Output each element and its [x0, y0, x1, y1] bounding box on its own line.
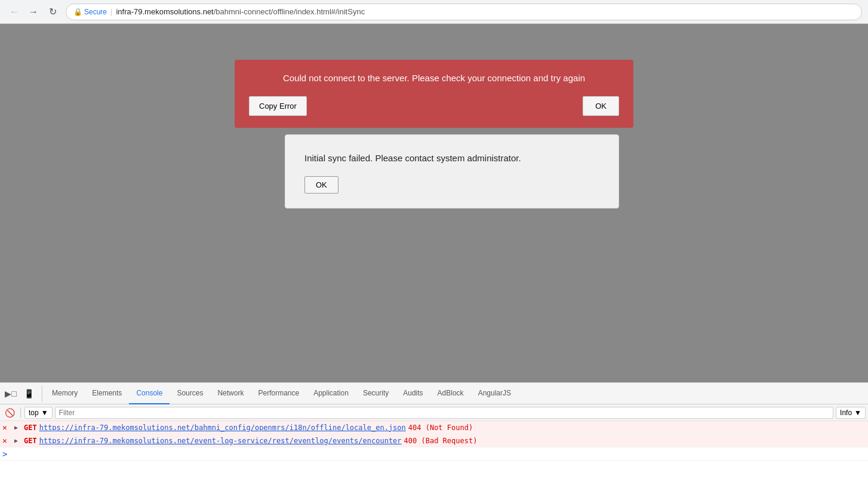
device-toolbar-button[interactable]: 📱 [20, 385, 37, 402]
dialog-buttons-red: Copy Error OK [249, 96, 619, 116]
url-separator: | [110, 7, 112, 16]
lock-icon: 🔒 [73, 8, 82, 16]
error-title-red: Could not connect to the server. Please … [249, 72, 619, 84]
tab-console[interactable]: Console [129, 383, 170, 404]
log-entry-1: ✕ ▶ GET https://infra-79.mekomsolutions.… [0, 421, 868, 434]
reload-button[interactable]: ↻ [44, 4, 61, 20]
tab-performance[interactable]: Performance [251, 383, 306, 404]
tab-network[interactable]: Network [210, 383, 251, 404]
error-icon-1: ✕ [2, 423, 12, 432]
toolbar-divider [20, 407, 21, 418]
log-entry-cursor: > [0, 447, 868, 461]
ok-button-white[interactable]: OK [304, 176, 338, 194]
browser-chrome: ← → ↻ 🔒 Secure | infra-79.mekomsolutions… [0, 0, 868, 24]
log-status-2: 400 (Bad Request) [404, 437, 478, 445]
console-log: ✕ ▶ GET https://infra-79.mekomsolutions.… [0, 421, 868, 494]
context-dropdown-icon: ▼ [41, 409, 48, 417]
tab-adblock[interactable]: AdBlock [430, 383, 471, 404]
log-status-1: 404 (Not Found) [408, 424, 473, 432]
error-dialog-red: Could not connect to the server. Please … [235, 60, 633, 128]
address-bar[interactable]: 🔒 Secure | infra-79.mekomsolutions.net/b… [66, 4, 862, 20]
devtools-icon-group: ▶□ 📱 [2, 385, 42, 402]
log-method-1: GET [24, 424, 37, 432]
url-domain: infra-79.mekomsolutions.net [116, 7, 213, 16]
nav-buttons: ← → ↻ [6, 4, 61, 20]
log-entry-2: ✕ ▶ GET https://infra-79.mekomsolutions.… [0, 434, 868, 447]
log-method-2: GET [24, 437, 37, 445]
devtools-tabs: ▶□ 📱 Memory Elements Console Sources Net… [0, 383, 868, 404]
tab-angularjs[interactable]: AngularJS [471, 383, 518, 404]
main-content: Could not connect to the server. Please … [0, 24, 868, 382]
url-path: /bahmni-connect/offline/index.html#/init… [214, 7, 365, 16]
tab-elements[interactable]: Elements [85, 383, 129, 404]
context-value: top [29, 409, 39, 417]
tab-audits[interactable]: Audits [396, 383, 430, 404]
clear-console-button[interactable]: 🚫 [2, 406, 17, 420]
error-icon-2: ✕ [2, 436, 12, 445]
level-value: Info [840, 409, 852, 417]
url-text: infra-79.mekomsolutions.net/bahmni-conne… [116, 7, 365, 16]
tab-memory[interactable]: Memory [45, 383, 85, 404]
log-url-2[interactable]: https://infra-79.mekomsolutions.net/even… [39, 437, 402, 445]
expand-icon-1[interactable]: ▶ [14, 424, 21, 431]
expand-icon-2[interactable]: ▶ [14, 437, 21, 444]
inspect-element-button[interactable]: ▶□ [2, 385, 19, 402]
error-message-white: Initial sync failed. Please contact syst… [304, 152, 599, 164]
forward-button[interactable]: → [25, 4, 42, 20]
copy-error-button[interactable]: Copy Error [249, 96, 307, 116]
secure-badge: 🔒 Secure [73, 8, 107, 16]
ok-button-red[interactable]: OK [583, 96, 619, 116]
filter-input[interactable] [55, 407, 834, 419]
cursor-icon: > [2, 449, 7, 459]
log-url-1[interactable]: https://infra-79.mekomsolutions.net/bahm… [39, 424, 406, 432]
tab-security[interactable]: Security [356, 383, 396, 404]
back-button[interactable]: ← [6, 4, 23, 20]
devtools-toolbar: 🚫 top ▼ Info ▼ [0, 404, 868, 421]
secure-label: Secure [84, 8, 107, 16]
level-dropdown-icon: ▼ [854, 409, 861, 417]
error-dialog-white: Initial sync failed. Please contact syst… [285, 134, 619, 208]
devtools-panel: ▶□ 📱 Memory Elements Console Sources Net… [0, 382, 868, 494]
context-selector[interactable]: top ▼ [24, 407, 53, 419]
tab-sources[interactable]: Sources [170, 383, 210, 404]
level-selector[interactable]: Info ▼ [836, 407, 866, 419]
tab-application[interactable]: Application [306, 383, 356, 404]
